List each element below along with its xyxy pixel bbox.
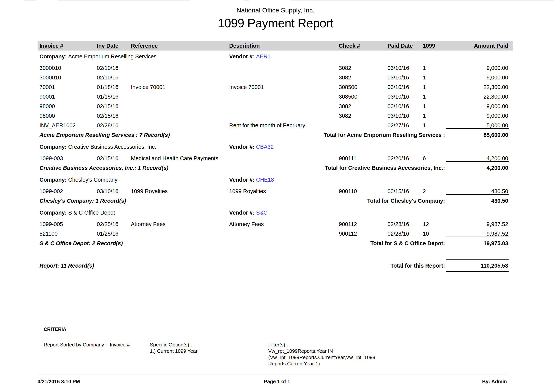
group-summary-row: Chesley's Company: 1 Record(s)Total for … — [0, 198, 554, 205]
table-row: 9000101/15/1630850003/10/16122,300.00 — [0, 94, 554, 101]
company-name: S & C Office Depot — [68, 210, 115, 216]
cell-amount-paid: 430.50 — [491, 188, 508, 195]
table-row: 9800002/15/16308203/10/1619,000.00 — [0, 103, 554, 111]
cell-inv-date: 01/15/16 — [97, 94, 118, 100]
footer-user: By: Admin — [482, 378, 507, 385]
cell-invoice: 521100 — [39, 231, 58, 237]
window-chrome-remnant — [24, 0, 554, 1]
cell-1099-box: 1 — [423, 84, 426, 90]
cell-invoice: 3000010 — [39, 65, 61, 71]
cell-check-number: 308500 — [339, 84, 357, 90]
cell-amount-paid: 9,000.00 — [487, 65, 508, 71]
cell-inv-date: 02/15/16 — [97, 103, 118, 110]
cell-amount-paid: 9,000.00 — [487, 103, 508, 110]
cell-1099-box: 1 — [423, 103, 426, 110]
cell-inv-date: 02/15/16 — [97, 155, 118, 161]
company-label: Company: — [39, 53, 68, 60]
footer-divider — [37, 375, 509, 376]
cell-reference: 1099 Royalties — [131, 188, 168, 195]
criteria-filters-label: Filter(s) : — [268, 342, 288, 348]
cell-1099-box: 1 — [423, 74, 426, 81]
cell-inv-date: 02/28/16 — [97, 122, 118, 129]
cell-paid-date: 03/10/16 — [388, 103, 409, 110]
cell-1099-box: 1 — [423, 65, 426, 71]
cell-check-number: 3082 — [339, 74, 351, 81]
group-total-amount: 4,200.00 — [487, 165, 508, 171]
cell-check-number: 900112 — [339, 221, 357, 227]
company-label: Company: — [39, 177, 68, 183]
cell-paid-date: 03/10/16 — [388, 74, 409, 81]
cell-reference: Medical and Health Care Payments — [131, 155, 218, 161]
company-name: Acme Emporium Reselling Services — [68, 53, 157, 60]
criteria-option-item: 1.) Current 1099 Year — [150, 348, 198, 354]
group-total-label: Total for S & C Office Depot: — [370, 240, 445, 246]
vendor-line: Vendor #: CBA32 — [229, 144, 274, 150]
report-page: National Office Supply, Inc. 1099 Paymen… — [0, 0, 554, 392]
footer-page-number: Page 1 of 1 — [0, 378, 554, 385]
cell-check-number: 3082 — [339, 103, 351, 110]
criteria-filter-line: (Vw_rpt_1099Reports.CurrentYear,Vw_rpt_1… — [268, 355, 375, 360]
cell-amount-paid: 22,300.00 — [483, 94, 508, 100]
group-total-amount: 19,975.03 — [483, 240, 508, 246]
cell-amount-paid: 5,000.00 — [487, 122, 508, 129]
cell-1099-box: 10 — [423, 231, 429, 237]
cell-amount-paid: 9,987.52 — [487, 231, 508, 237]
cell-invoice: 70001 — [39, 84, 55, 90]
vendor-code: CHE18 — [256, 177, 274, 183]
group-summary-row: Acme Emporium Reselling Services : 7 Rec… — [0, 132, 554, 139]
vendor-code: CBA32 — [256, 144, 274, 150]
cell-check-number: 3082 — [339, 65, 351, 71]
report-summary-row: Report: 11 Record(s) Total for this Repo… — [0, 263, 554, 270]
cell-invoice: 98000 — [39, 103, 55, 110]
chrome-notch — [249, 0, 291, 1]
group-total-rule — [446, 237, 509, 237]
col-header-description: Description — [229, 41, 260, 50]
cell-check-number: 3082 — [339, 113, 351, 119]
cell-paid-date: 02/28/16 — [388, 221, 409, 227]
cell-description: Invoice 70001 — [229, 84, 264, 90]
cell-paid-date: 03/10/16 — [388, 113, 409, 119]
cell-invoice: 1099-002 — [39, 188, 63, 195]
cell-inv-date: 02/10/16 — [97, 65, 118, 71]
cell-inv-date: 03/10/16 — [97, 188, 118, 195]
company-label: Company: — [39, 210, 68, 216]
cell-check-number: 308500 — [339, 94, 357, 100]
cell-invoice: INV_AER1002 — [39, 122, 76, 129]
col-header-check: Check # — [339, 41, 360, 50]
group-total-label: Total for Chesley's Company: — [367, 198, 445, 204]
criteria-sorted-by: Report Sorted by Company + Invoice # — [44, 342, 130, 348]
table-header-bar: Invoice # Inv Date Reference Description… — [37, 41, 513, 50]
cell-paid-date: 03/15/16 — [388, 188, 409, 195]
cell-amount-paid: 9,000.00 — [487, 74, 508, 81]
cell-description: Attorney Fees — [229, 221, 264, 227]
group-record-count: Acme Emporium Reselling Services : 7 Rec… — [39, 132, 170, 138]
cell-amount-paid: 9,000.00 — [487, 113, 508, 119]
cell-1099-box: 1 — [423, 122, 426, 129]
col-header-paid-date: Paid Date — [388, 41, 413, 50]
criteria-filter-line: Reports.CurrentYear-1) — [268, 361, 320, 367]
cell-reference: Attorney Fees — [131, 221, 165, 227]
chrome-notch — [190, 0, 244, 1]
cell-check-number: 900112 — [339, 231, 357, 237]
cell-check-number: 900110 — [339, 188, 357, 195]
criteria-filter-line: Vw_rpt_1099Reports.Year IN — [268, 348, 333, 354]
company-line: Company: Creative Business Accessories, … — [39, 144, 156, 150]
company-line: Company: S & C Office Depot — [39, 210, 115, 216]
report-total-rule-top — [446, 259, 509, 259]
report-total-rule-bottom — [446, 271, 509, 272]
vendor-label: Vendor #: — [229, 53, 256, 60]
group-header-row: Company: S & C Office DepotVendor #: S&C — [0, 210, 554, 217]
cell-inv-date: 01/25/16 — [97, 231, 118, 237]
company-name: Chesley's Company — [68, 177, 117, 183]
col-header-amount-paid: Amount Paid — [446, 41, 508, 50]
table-row: 300001002/10/16308203/10/1619,000.00 — [0, 65, 554, 72]
group-total-label: Total for Acme Emporium Reselling Servic… — [324, 132, 445, 138]
group-record-count: Chesley's Company: 1 Record(s) — [39, 198, 126, 204]
group-total-rule — [446, 161, 509, 162]
cell-inv-date: 02/15/16 — [97, 113, 118, 119]
table-row: 9800002/15/16308203/10/1619,000.00 — [0, 113, 554, 120]
cell-invoice: 90001 — [39, 94, 55, 100]
report-total-amount: 110,205.53 — [481, 263, 508, 269]
group-header-row: Company: Acme Emporium Reselling Service… — [0, 53, 554, 61]
group-total-rule — [446, 194, 509, 195]
